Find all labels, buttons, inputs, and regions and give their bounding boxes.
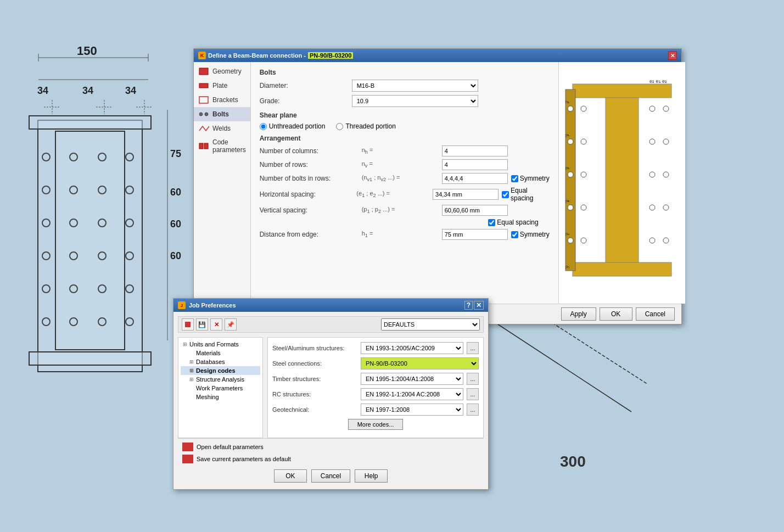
tree-item-work-parameters[interactable]: Work Parameters: [181, 384, 260, 393]
horiz-spacing-input[interactable]: [433, 189, 499, 200]
welds-icon: [198, 124, 209, 133]
job-titlebar: J Job Preferences ? ✕: [173, 299, 488, 312]
svg-point-28: [568, 139, 573, 144]
vert-spacing-label: Vertical spacing:: [260, 206, 359, 214]
equal-spacing-checkbox[interactable]: [502, 191, 509, 198]
num-rows-input[interactable]: [442, 159, 508, 170]
nav-item-bolts[interactable]: Bolts: [194, 107, 250, 121]
num-columns-input[interactable]: [442, 145, 508, 156]
nav-item-plate[interactable]: Plate: [194, 79, 250, 93]
bolts-in-rows-label: Number of bolts in rows:: [260, 175, 359, 182]
tree-expander-design-codes: ⊞: [189, 368, 195, 373]
svg-text:p₄: p₄: [565, 231, 569, 236]
steel-conn-label: Steel connections:: [272, 360, 357, 367]
ok-button[interactable]: OK: [600, 307, 632, 321]
job-pin-btn[interactable]: 📌: [225, 318, 237, 331]
tree-item-materials[interactable]: Materials: [181, 349, 260, 357]
nav-item-brackets[interactable]: Brackets: [194, 93, 250, 107]
symmetry-checkbox[interactable]: [511, 175, 518, 182]
bolts-in-rows-formula: (nv1 ; nv2 ...) =: [362, 174, 439, 182]
svg-point-31: [568, 238, 573, 243]
svg-rect-17: [199, 83, 208, 88]
steel-alum-label: Steel/Aluminum structures:: [272, 345, 357, 351]
nav-item-welds[interactable]: Welds: [194, 121, 250, 136]
apply-button[interactable]: Apply: [561, 307, 596, 321]
nav-label-brackets: Brackets: [212, 96, 238, 104]
job-ok-button[interactable]: OK: [274, 469, 307, 483]
tree-item-structure-analysis[interactable]: ⊞ Structure Analysis: [181, 375, 260, 384]
nav-label-welds: Welds: [212, 125, 231, 132]
main-dialog-close-button[interactable]: ✕: [668, 51, 677, 60]
svg-point-39: [649, 172, 655, 177]
job-help-icon[interactable]: ?: [464, 301, 473, 310]
rc-select[interactable]: EN 1992-1-1:2004 AC:2008: [361, 388, 463, 400]
save-current-button[interactable]: Save current parameters as default: [197, 456, 479, 462]
svg-point-32: [581, 106, 586, 111]
radio-threaded[interactable]: [336, 123, 343, 130]
more-codes-button[interactable]: More codes...: [348, 419, 404, 430]
geotechnical-btn[interactable]: ...: [467, 404, 479, 416]
open-default-button[interactable]: Open default parameters: [197, 444, 479, 450]
job-content: ⊞ Units and Formats Materials ⊞ Database…: [178, 337, 484, 438]
tree-item-units[interactable]: ⊞ Units and Formats: [181, 340, 260, 349]
equal-spacing2-checkbox[interactable]: [488, 219, 495, 226]
dist-edge-input[interactable]: [442, 229, 508, 240]
timber-select[interactable]: EN 1995-1:2004/A1:2008: [361, 373, 463, 385]
nav-item-geometry[interactable]: Geometry: [194, 64, 250, 79]
svg-point-46: [663, 238, 669, 243]
geotechnical-select[interactable]: EN 1997-1:2008: [361, 404, 463, 416]
svg-point-29: [568, 172, 573, 177]
svg-point-45: [663, 205, 669, 210]
open-default-icon: [182, 443, 193, 451]
job-save-btn[interactable]: 💾: [196, 318, 208, 331]
nav-item-code-params[interactable]: Code parameters: [194, 136, 250, 156]
dist-edge-label: Distance from edge:: [260, 231, 359, 238]
vert-spacing-input[interactable]: [442, 205, 508, 216]
tree-item-design-codes[interactable]: ⊞ Design codes: [181, 366, 260, 375]
job-help-button[interactable]: Help: [355, 469, 388, 483]
job-title-text: Job Preferences: [189, 302, 236, 309]
svg-text:p₂: p₂: [565, 165, 569, 170]
job-title-icon: J: [178, 301, 186, 309]
tree-label-units: Units and Formats: [189, 341, 239, 348]
tree-expander-databases: ⊞: [189, 359, 195, 365]
geotechnical-label: Geotechnical:: [272, 406, 357, 413]
job-bottom-buttons: OK Cancel Help: [178, 467, 484, 485]
dim-34c: 34: [125, 85, 136, 97]
job-defaults-dropdown[interactable]: DEFAULTS: [381, 318, 480, 331]
num-rows-label: Number of rows:: [260, 161, 359, 169]
steel-conn-select[interactable]: PN-90/B-03200: [361, 357, 479, 369]
svg-point-40: [649, 205, 655, 210]
rc-btn[interactable]: ...: [467, 388, 479, 400]
tree-item-meshing[interactable]: Meshing: [181, 393, 260, 401]
cancel-button[interactable]: Cancel: [636, 307, 675, 321]
job-delete-btn[interactable]: ✕: [210, 318, 222, 331]
timber-btn[interactable]: ...: [467, 373, 479, 385]
symmetry2-checkbox[interactable]: [511, 231, 518, 238]
preview-panel: e₂ e₁ e₂ h₁ p₁ p₂ p₃ p₄ p₅: [558, 62, 685, 304]
grade-select[interactable]: 10.9: [352, 95, 478, 107]
job-close-icon[interactable]: ✕: [474, 301, 484, 310]
tree-label-databases: Databases: [196, 359, 225, 365]
svg-rect-23: [573, 84, 671, 98]
job-toolbar-icon1[interactable]: [182, 318, 194, 331]
job-toolbar: 💾 ✕ 📌 DEFAULTS: [178, 316, 484, 333]
svg-point-44: [663, 172, 669, 177]
steel-alum-select[interactable]: EN 1993-1:2005/AC:2009: [361, 342, 463, 354]
geometry-icon: [198, 67, 209, 76]
tree-item-databases[interactable]: ⊞ Databases: [181, 357, 260, 366]
nav-label-geometry: Geometry: [212, 68, 242, 75]
job-cancel-button[interactable]: Cancel: [311, 469, 350, 483]
steel-alum-btn[interactable]: ...: [467, 342, 479, 354]
job-preferences-dialog: J Job Preferences ? ✕ 💾 ✕ 📌 DEFAULTS: [173, 298, 489, 490]
radio-unthreaded[interactable]: [260, 123, 267, 130]
svg-point-41: [649, 238, 655, 243]
job-dialog-body: 💾 ✕ 📌 DEFAULTS ⊞ Units and Formats Mater…: [173, 312, 488, 489]
footer-buttons: Apply OK Cancel: [561, 307, 675, 321]
vert-spacing-formula: (p1 ; p2 ...) =: [362, 206, 439, 214]
bolts-icon: [198, 110, 209, 119]
diameter-select[interactable]: M16-B: [352, 80, 478, 92]
bolts-in-rows-input[interactable]: [442, 173, 508, 184]
dim-60b: 60: [170, 219, 181, 230]
dialog-title-prefix: Define a Beam-Beam connection -: [208, 52, 306, 59]
